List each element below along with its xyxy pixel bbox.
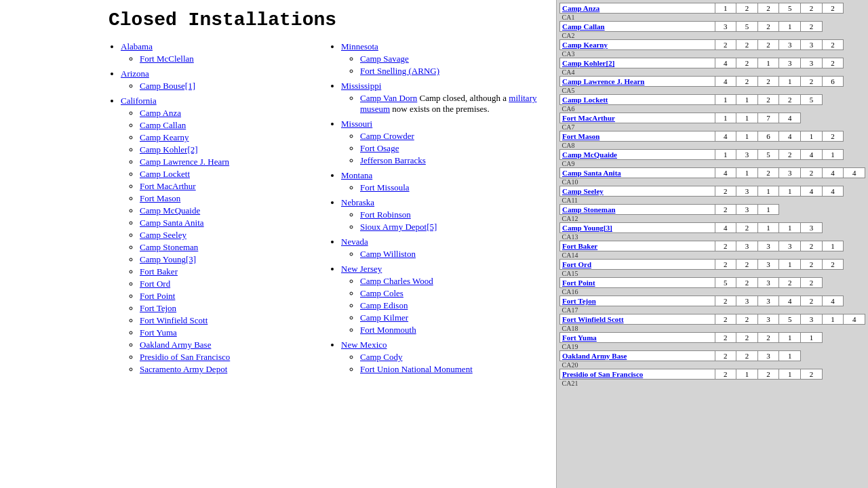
table-row: Fort Yuma22211 — [560, 333, 865, 343]
table-label-cell: CA9 — [560, 160, 844, 168]
installation-link[interactable]: Camp Bouse[1] — [140, 81, 195, 91]
installation-link[interactable]: Camp Santa Anita — [140, 218, 204, 228]
table-num-cell: 4 — [822, 186, 844, 197]
installation-link[interactable]: Camp Seeley — [140, 230, 186, 240]
installation-link[interactable]: Camp Charles Wood — [360, 276, 433, 286]
installation-link[interactable]: Camp Cody — [360, 352, 402, 362]
state-link-nebraska[interactable]: Nebraska — [341, 197, 374, 207]
installation-link[interactable]: Fort Point — [140, 291, 175, 301]
installation-link[interactable]: Presidio of San Francisco — [140, 352, 230, 362]
table-label-cell: CA2 — [560, 32, 823, 40]
installation-link[interactable]: Fort Ord — [140, 279, 170, 289]
installation-link[interactable]: Fort Osage — [360, 143, 399, 153]
table-num-cell: 2 — [801, 278, 823, 288]
table-installation-link[interactable]: Oakland Army Base — [562, 352, 627, 360]
table-num-cell: 1 — [736, 131, 758, 142]
list-item: Presidio of San Francisco — [140, 352, 322, 363]
state-link-arizona[interactable]: Arizona — [121, 68, 149, 79]
installation-link[interactable]: Camp Anza — [140, 108, 181, 118]
list-item: Fort Tejon — [140, 303, 322, 314]
state-link-missouri[interactable]: Missouri — [341, 119, 372, 129]
installation-link[interactable]: Fort Mason — [140, 193, 180, 203]
table-row: Presidio of San Francisco21212 — [560, 369, 865, 380]
installation-link[interactable]: Fort Baker — [140, 266, 178, 277]
installation-link[interactable]: Sacramento Army Depot — [140, 364, 227, 374]
table-installation-link[interactable]: Camp Lawrence J. Hearn — [562, 77, 644, 85]
installation-link[interactable]: Fort Union National Monument — [360, 364, 473, 374]
table-num-cell: 3 — [736, 296, 758, 306]
list-item: Camp Callan — [140, 120, 322, 131]
state-link-new-jersey[interactable]: New Jersey — [341, 264, 382, 274]
installation-link[interactable]: Camp Savage — [360, 54, 409, 64]
installation-link[interactable]: Fort Robinson — [360, 209, 411, 220]
installation-link[interactable]: Camp Edison — [360, 300, 408, 310]
installation-link[interactable]: Camp Crowder — [360, 131, 414, 141]
table-installation-link[interactable]: Fort Yuma — [562, 333, 597, 342]
table-installation-link[interactable]: Fort Point — [562, 279, 595, 287]
list-item: Alabama Fort McClellan — [121, 41, 322, 64]
table-installation-link[interactable]: Camp Callan — [562, 22, 605, 30]
installation-link[interactable]: Fort Yuma — [140, 327, 177, 338]
state-link-alabama[interactable]: Alabama — [121, 41, 153, 52]
table-installation-link[interactable]: Camp Lockett — [562, 96, 608, 104]
sub-list: Camp Cody Fort Union National Monument — [341, 352, 542, 375]
table-installation-link[interactable]: Presidio of San Francisco — [562, 370, 643, 378]
table-num-cell: 2 — [801, 22, 823, 32]
table-installation-link[interactable]: Fort Tejon — [562, 297, 596, 305]
installation-link[interactable]: Fort Winfield Scott — [140, 315, 208, 325]
installation-link[interactable]: Fort Snelling (ARNG) — [360, 66, 439, 76]
installation-link[interactable]: Camp Coles — [360, 288, 403, 298]
table-installation-link[interactable]: Camp Young[3] — [562, 224, 612, 232]
installation-link[interactable]: Camp Kilmer — [360, 312, 408, 323]
table-num-cell: 4 — [801, 150, 823, 160]
installation-link[interactable]: Sioux Army Depot[5] — [360, 222, 437, 232]
table-installation-link[interactable]: Camp McQuaide — [562, 150, 617, 159]
state-link-minnesota[interactable]: Minnesota — [341, 41, 378, 52]
table-num-cell: 2 — [757, 3, 779, 14]
state-link-montana[interactable]: Montana — [341, 170, 372, 180]
table-subrow: CA6 — [560, 105, 865, 113]
table-installation-link[interactable]: Camp Kearny — [562, 41, 608, 49]
installation-link[interactable]: Fort McClellan — [140, 54, 194, 64]
state-link-nevada[interactable]: Nevada — [341, 237, 368, 247]
installation-link[interactable]: Camp Lawrence J. Hearn — [140, 157, 229, 167]
list-item: California Camp Anza Camp Callan Camp Ke… — [121, 96, 322, 375]
installation-link[interactable]: Camp Kohler[2] — [140, 144, 198, 155]
installation-link[interactable]: Fort MacArthur — [140, 181, 196, 191]
table-installation-link[interactable]: Fort Ord — [562, 260, 591, 268]
table-label-cell: CA4 — [560, 68, 844, 77]
table-num-cell: 4 — [715, 58, 736, 68]
installation-link[interactable]: Oakland Army Base — [140, 340, 211, 350]
table-installation-link[interactable]: Camp Kohler[2] — [562, 59, 614, 67]
table-subrow: CA21 — [560, 380, 865, 388]
state-link-new-mexico[interactable]: New Mexico — [341, 340, 387, 350]
table-row: Fort Point52322 — [560, 278, 865, 288]
state-link-mississippi[interactable]: Mississippi — [341, 81, 381, 91]
state-link-california[interactable]: California — [121, 96, 157, 106]
table-num-cell: 2 — [801, 3, 823, 14]
installation-link[interactable]: Fort Missoula — [360, 182, 410, 192]
table-num-cell: 2 — [715, 241, 736, 251]
installation-link[interactable]: Camp Kearny — [140, 132, 189, 142]
list-item: Sioux Army Depot[5] — [360, 222, 542, 232]
table-installation-link[interactable]: Fort Winfield Scott — [562, 315, 624, 323]
table-installation-link[interactable]: Camp Stoneman — [562, 205, 616, 214]
installation-link[interactable]: Jefferson Barracks — [360, 155, 426, 165]
table-num-cell: 1 — [736, 369, 758, 380]
installation-link[interactable]: Camp Callan — [140, 120, 186, 130]
installation-link[interactable]: Fort Tejon — [140, 303, 176, 313]
installation-link[interactable]: Camp Van Dorn — [360, 93, 417, 103]
installation-link[interactable]: Camp Young[3] — [140, 254, 196, 264]
installation-link[interactable]: Camp Stoneman — [140, 242, 198, 252]
table-installation-link[interactable]: Fort MacArthur — [562, 114, 615, 122]
installation-link[interactable]: Camp Williston — [360, 249, 416, 259]
table-installation-link[interactable]: Camp Seeley — [562, 187, 604, 195]
installation-link[interactable]: Fort Monmouth — [360, 325, 416, 335]
installation-link[interactable]: Camp Lockett — [140, 169, 190, 179]
table-installation-link[interactable]: Camp Santa Anita — [562, 169, 621, 177]
table-num-cell: 2 — [736, 58, 758, 68]
table-installation-link[interactable]: Fort Baker — [562, 242, 597, 250]
table-installation-link[interactable]: Camp Anza — [562, 4, 599, 12]
installation-link[interactable]: Camp McQuaide — [140, 205, 200, 216]
table-installation-link[interactable]: Fort Mason — [562, 132, 599, 140]
